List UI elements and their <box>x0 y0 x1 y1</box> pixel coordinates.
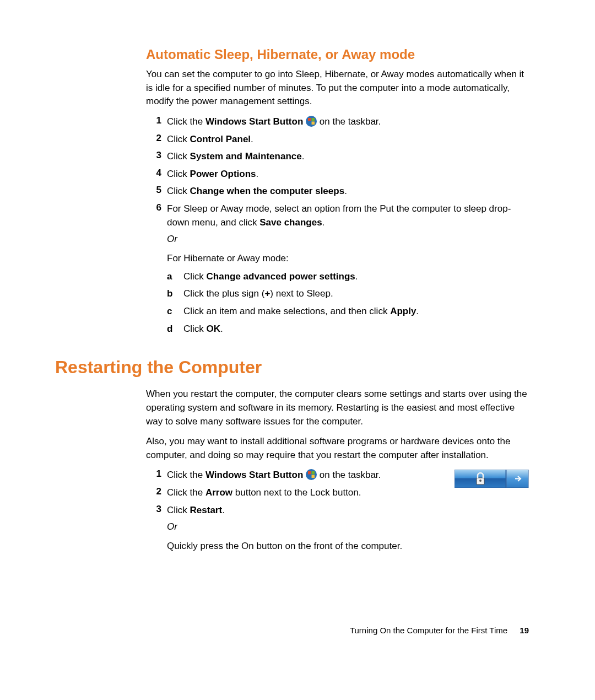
text-fragment: Click <box>167 186 190 196</box>
svg-rect-12 <box>308 475 311 478</box>
bold-text: Arrow <box>205 487 232 498</box>
list-item: 2 Click Control Panel. <box>146 133 529 147</box>
page-footer: Turning On the Computer for the First Ti… <box>350 626 529 635</box>
svg-point-0 <box>306 116 317 127</box>
text-fragment: Click <box>167 169 190 179</box>
text-fragment: . <box>222 505 225 515</box>
list-item: 3 Click Restart. Or Quickly press the On… <box>146 504 529 553</box>
bold-text: System and Maintenance <box>190 151 302 161</box>
text-fragment: on the taskbar. <box>320 116 381 127</box>
svg-rect-11 <box>312 471 315 475</box>
step-text: Click the Arrow button next to the Lock … <box>167 486 445 500</box>
svg-rect-3 <box>308 121 311 125</box>
step-number: 1 <box>146 115 167 126</box>
step-text: For Sleep or Away mode, select an option… <box>167 202 529 340</box>
text-fragment: . <box>251 134 253 144</box>
step-text: Click the Windows Start Button on the ta… <box>167 469 445 482</box>
restart-paragraph-1: When you restart the computer, the compu… <box>146 387 529 428</box>
list-item: 4 Click Power Options. <box>146 168 529 181</box>
text-fragment: . <box>220 324 223 334</box>
or-separator: Or <box>167 520 529 534</box>
step-letter: b <box>167 287 183 301</box>
bold-text: Apply <box>390 306 416 316</box>
alternative-text: Quickly press the On button on the front… <box>167 540 529 553</box>
section-restarting: When you restart the computer, the compu… <box>146 387 529 553</box>
bold-text: + <box>264 288 270 299</box>
windows-start-icon <box>306 469 317 480</box>
bold-text: Windows Start Button <box>205 116 303 127</box>
list-item: c Click an item and make selections, and… <box>167 305 529 319</box>
text-fragment: . <box>344 186 347 196</box>
list-item: 2 Click the Arrow button next to the Loc… <box>146 486 445 500</box>
page-number: 19 <box>520 626 529 635</box>
step-text: Click Change advanced power settings. <box>183 270 529 284</box>
step-text: Click Control Panel. <box>167 133 529 147</box>
intro-paragraph: You can set the computer to go into Slee… <box>146 68 529 109</box>
heading-restarting: Restarting the Computer <box>55 357 529 378</box>
lock-button-bar-icon <box>455 470 529 488</box>
step-letter: c <box>167 305 183 319</box>
step-text: Click Power Options. <box>167 168 529 181</box>
restart-paragraph-2: Also, you may want to install additional… <box>146 435 529 462</box>
svg-rect-1 <box>308 118 311 121</box>
step-number: 2 <box>146 486 167 497</box>
numbered-list: 1 Click the Windows Start Button on the … <box>146 469 529 553</box>
text-fragment: . <box>416 306 419 316</box>
step-number: 1 <box>146 469 167 480</box>
step-letter: a <box>167 270 183 284</box>
text-fragment: button next to the Lock button. <box>232 487 361 498</box>
text-fragment: . <box>355 271 358 282</box>
text-fragment: For Sleep or Away mode, select an option… <box>167 203 511 228</box>
text-fragment: ) next to Sleep. <box>270 288 333 299</box>
svg-rect-10 <box>308 471 311 475</box>
step-text: Click the Windows Start Button on the ta… <box>167 115 529 129</box>
text-fragment: Click the <box>167 470 205 480</box>
text-fragment: Click an item and make selections, and t… <box>183 306 390 316</box>
step-number: 3 <box>146 504 167 515</box>
document-page: Automatic Sleep, Hibernate, or Away mode… <box>0 0 595 700</box>
chapter-title: Turning On the Computer for the First Ti… <box>350 626 507 635</box>
text-fragment: Click the <box>167 487 205 498</box>
text-fragment: . <box>322 217 325 228</box>
text-fragment: Click <box>167 134 190 144</box>
list-item: 1 Click the Windows Start Button on the … <box>146 115 529 129</box>
bold-text: Windows Start Button <box>205 470 303 480</box>
bold-text: Restart <box>190 505 223 515</box>
step-text: Click Restart. Or Quickly press the On b… <box>167 504 529 553</box>
lettered-sublist: a Click Change advanced power settings. … <box>167 270 529 336</box>
list-item: 5 Click Change when the computer sleeps. <box>146 185 529 198</box>
step-number: 2 <box>146 133 167 144</box>
windows-start-icon <box>306 116 317 127</box>
step-text: Click OK. <box>183 322 529 336</box>
text-fragment: Click the <box>167 116 205 127</box>
text-fragment: Click <box>167 505 190 515</box>
text-fragment: Click <box>183 271 207 282</box>
bold-text: Control Panel <box>190 134 251 144</box>
list-item: 6 For Sleep or Away mode, select an opti… <box>146 202 529 340</box>
bold-text: Save changes <box>259 217 322 228</box>
svg-rect-13 <box>312 475 315 478</box>
list-item: b Click the plus sign (+) next to Sleep. <box>167 287 529 301</box>
list-item: d Click OK. <box>167 322 529 336</box>
svg-point-8 <box>479 480 482 482</box>
or-separator: Or <box>167 233 529 246</box>
bold-text: Change when the computer sleeps <box>190 186 345 196</box>
step-number: 4 <box>146 168 167 179</box>
section-auto-sleep: Automatic Sleep, Hibernate, or Away mode… <box>146 47 529 340</box>
bold-text: Power Options <box>190 169 256 179</box>
step-text: Click Change when the computer sleeps. <box>167 185 529 198</box>
step-number: 5 <box>146 185 167 196</box>
text-fragment: Click the plus sign ( <box>183 288 264 299</box>
list-item: a Click Change advanced power settings. <box>167 270 529 284</box>
text-fragment: Click <box>167 151 190 161</box>
hibernate-intro: For Hibernate or Away mode: <box>167 252 529 266</box>
step-text: Click an item and make selections, and t… <box>183 305 529 319</box>
step-letter: d <box>167 322 183 336</box>
text-fragment: Click <box>183 324 207 334</box>
svg-point-9 <box>306 469 317 480</box>
svg-rect-2 <box>312 118 315 121</box>
list-item: 1 Click the Windows Start Button on the … <box>146 469 445 482</box>
numbered-list: 1 Click the Windows Start Button on the … <box>146 115 529 340</box>
text-fragment: on the taskbar. <box>320 470 381 480</box>
step-text: Click System and Maintenance. <box>167 150 529 164</box>
